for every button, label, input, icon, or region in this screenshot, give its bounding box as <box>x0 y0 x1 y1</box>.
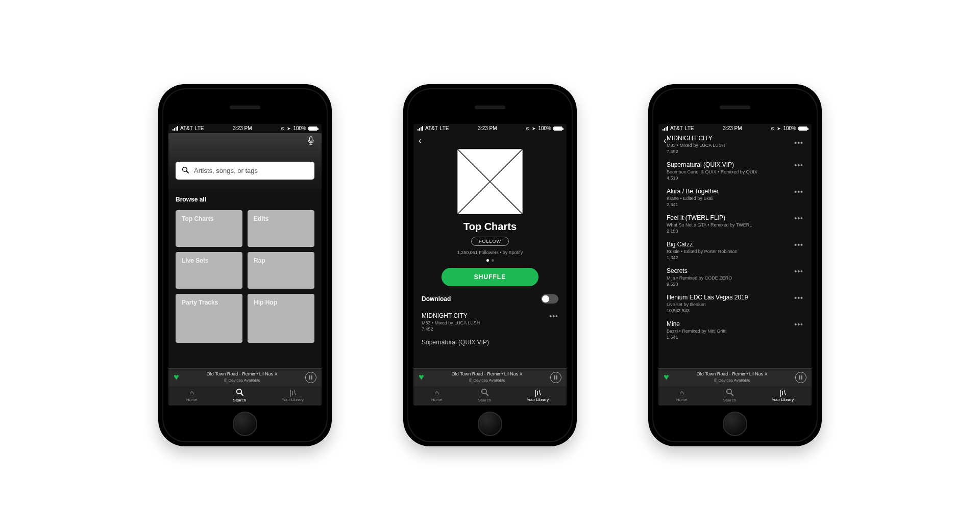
pause-button[interactable] <box>795 372 806 383</box>
browse-all-label: Browse all <box>176 196 314 203</box>
home-button[interactable] <box>233 412 257 436</box>
track-title: Illenium EDC Las Vegas 2019 <box>667 294 748 301</box>
home-icon: ⌂ <box>679 389 684 396</box>
download-toggle[interactable] <box>541 294 558 304</box>
screen-playlist: AT&T LTE 3:23 PM ⊙ ➤ 100% ‹ Top Chart <box>413 124 567 406</box>
track-row[interactable]: Illenium EDC Las Vegas 2019Live set by I… <box>667 290 803 317</box>
track-more-icon[interactable]: ••• <box>790 139 803 147</box>
device-search: AT&T LTE 3:23 PM ⊙ ➤ 100% <box>158 84 332 446</box>
track-more-icon[interactable]: ••• <box>790 214 803 222</box>
track-subtitle: Bazzi • Remixed by Nitti Gritti <box>667 329 726 334</box>
devices-icon: ⎚ <box>469 377 472 383</box>
category-card[interactable]: Live Sets <box>176 252 242 289</box>
track-title: Feel It (TWERL FLIP) <box>667 214 752 221</box>
status-bar: AT&T LTE 3:23 PM ⊙ ➤ 100% <box>658 124 812 133</box>
tab-library[interactable]: |ı\Your Library <box>282 389 304 402</box>
category-card[interactable]: Hip Hop <box>248 294 314 343</box>
devices-label: Devices Available <box>229 378 261 383</box>
track-more-icon[interactable]: ••• <box>545 312 558 320</box>
back-button[interactable]: ‹ <box>664 136 666 145</box>
track-playcount: 1,541 <box>667 335 726 340</box>
track-more-icon[interactable]: ••• <box>790 188 803 196</box>
track-more-icon[interactable]: ••• <box>790 320 803 329</box>
pause-button[interactable] <box>550 372 561 383</box>
track-row[interactable]: Supernatural (QUIX VIP) <box>422 335 558 349</box>
track-title: Supernatural (QUIX VIP) <box>422 339 489 346</box>
now-playing-bar[interactable]: ♥ Old Town Road - Remix • Lil Nas X ⎚Dev… <box>658 368 812 386</box>
tab-label: Your Library <box>282 397 304 402</box>
category-grid: Top Charts Edits Live Sets Rap Party Tra… <box>176 210 314 343</box>
track-more-icon[interactable]: ••• <box>790 241 803 249</box>
signal-icon <box>418 127 423 131</box>
track-playcount: 9,523 <box>667 282 732 287</box>
tab-label: Home <box>186 397 197 402</box>
track-row[interactable]: MineBazzi • Remixed by Nitti Gritti1,541… <box>667 317 803 343</box>
track-list[interactable]: MIDNIGHT CITYM83 • Mixed by LUCA LUSH7,4… <box>658 133 812 369</box>
tab-search[interactable]: Search <box>478 388 491 402</box>
tab-home[interactable]: ⌂Home <box>676 389 687 402</box>
heart-icon[interactable]: ♥ <box>419 372 424 383</box>
heart-icon[interactable]: ♥ <box>664 372 669 383</box>
heart-icon[interactable]: ♥ <box>174 372 179 383</box>
shuffle-button[interactable]: SHUFFLE <box>442 268 538 286</box>
category-card[interactable]: Party Tracks <box>176 294 242 343</box>
back-button[interactable]: ‹ <box>419 136 421 145</box>
track-subtitle: Mija • Remixed by CODE ZERO <box>667 275 732 281</box>
home-button[interactable] <box>478 412 502 436</box>
track-title: Secrets <box>667 267 732 274</box>
track-row[interactable]: SecretsMija • Remixed by CODE ZERO9,523•… <box>667 264 803 290</box>
track-more-icon[interactable]: ••• <box>790 294 803 302</box>
pause-button[interactable] <box>305 372 316 383</box>
library-icon: |ı\ <box>534 389 541 396</box>
category-card[interactable]: Rap <box>248 252 314 289</box>
category-card[interactable]: Edits <box>248 210 314 247</box>
home-button[interactable] <box>723 412 747 436</box>
mockup-stage: AT&T LTE 3:23 PM ⊙ ➤ 100% <box>0 0 980 530</box>
now-playing-bar[interactable]: ♥ Old Town Road - Remix • Lil Nas X ⎚Dev… <box>413 368 567 386</box>
now-playing-bar[interactable]: ♥ Old Town Road - Remix • Lil Nas X ⎚Dev… <box>168 368 322 386</box>
tab-library[interactable]: |ı\Your Library <box>772 389 794 402</box>
svg-line-2 <box>187 171 189 173</box>
speaker-slit <box>230 106 260 109</box>
page-dots <box>413 259 567 262</box>
track-row[interactable]: Big CatzzRustie • Edited by Porter Robin… <box>667 237 803 264</box>
tab-bar: ⌂Home Search |ı\Your Library <box>168 386 322 406</box>
category-label: Top Charts <box>182 215 213 222</box>
search-icon <box>726 388 733 397</box>
track-more-icon[interactable]: ••• <box>790 161 803 169</box>
playlist-cover-placeholder <box>457 148 523 215</box>
tab-search[interactable]: Search <box>723 388 736 402</box>
tab-search[interactable]: Search <box>233 388 246 402</box>
track-row[interactable]: MIDNIGHT CITY M83 • Mixed by LUCA LUSH 7… <box>422 309 558 335</box>
location-icon: ➤ <box>532 126 536 131</box>
follow-button[interactable]: FOLLOW <box>471 237 509 246</box>
track-row[interactable]: Supernatural (QUIX VIP)Boombox Cartel & … <box>667 158 803 184</box>
location-icon: ➤ <box>777 126 781 131</box>
tab-library[interactable]: |ı\Your Library <box>527 389 549 402</box>
track-subtitle: What So Not x GTA • Remixed by TWERL <box>667 222 752 228</box>
track-row[interactable]: Feel It (TWERL FLIP)What So Not x GTA • … <box>667 211 803 237</box>
tab-home[interactable]: ⌂Home <box>431 389 442 402</box>
track-subtitle: M83 • Mixed by LUCA LUSH <box>667 143 725 148</box>
tab-label: Search <box>233 398 246 402</box>
mic-icon[interactable] <box>307 136 314 147</box>
tab-label: Search <box>478 398 491 402</box>
screen-search: AT&T LTE 3:23 PM ⊙ ➤ 100% <box>168 124 322 406</box>
track-subtitle: Krane • Edited by Ekali <box>667 196 719 201</box>
library-icon: |ı\ <box>289 389 296 396</box>
search-placeholder: Artists, songs, or tags <box>194 167 258 174</box>
search-input[interactable]: Artists, songs, or tags <box>176 162 314 180</box>
track-subtitle: Live set by Illenium <box>667 302 748 307</box>
tab-home[interactable]: ⌂Home <box>186 389 197 402</box>
playlist-title: Top Charts <box>413 221 567 233</box>
track-row[interactable]: MIDNIGHT CITYM83 • Mixed by LUCA LUSH7,4… <box>667 135 803 158</box>
category-card[interactable]: Top Charts <box>176 210 242 247</box>
track-subtitle: Rustie • Edited by Porter Robinson <box>667 249 738 254</box>
playlist-meta: 1,250,051 Followers • by Spotify <box>413 250 567 255</box>
track-row[interactable]: Akira / Be TogetherKrane • Edited by Eka… <box>667 184 803 211</box>
clock-label: 3:23 PM <box>233 125 252 131</box>
svg-line-9 <box>486 393 488 395</box>
track-more-icon[interactable]: ••• <box>790 267 803 275</box>
battery-pct: 100% <box>783 125 796 131</box>
alarm-icon: ⊙ <box>281 126 285 131</box>
